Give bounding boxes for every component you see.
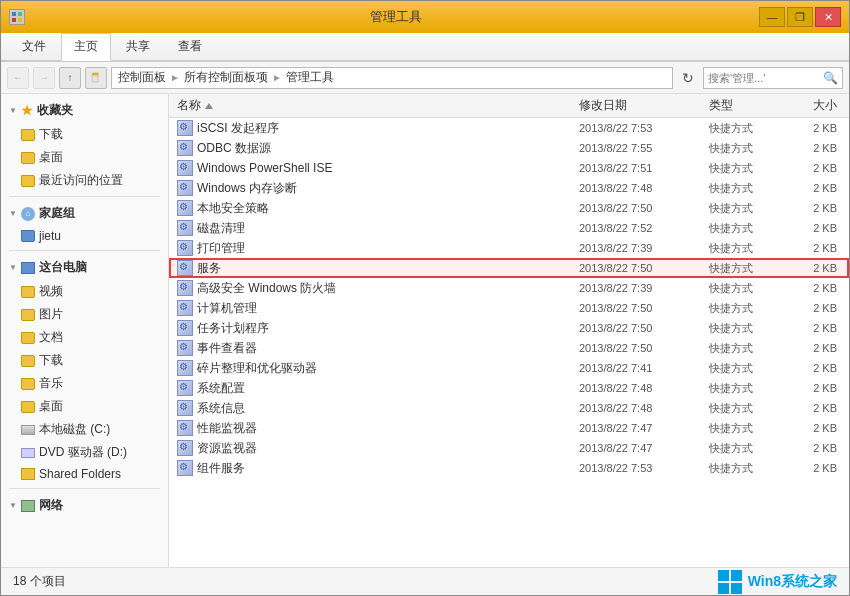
up-button[interactable]: ↑ bbox=[59, 67, 81, 89]
folder-icon bbox=[21, 332, 35, 344]
sidebar-network-header[interactable]: ▼ 网络 bbox=[1, 493, 168, 518]
sidebar-item-label: 视频 bbox=[39, 283, 63, 300]
table-row[interactable]: iSCSI 发起程序2013/8/22 7:53快捷方式2 KB bbox=[169, 118, 849, 138]
file-date: 2013/8/22 7:39 bbox=[579, 282, 709, 294]
file-size: 2 KB bbox=[789, 342, 849, 354]
sidebar-item-dt[interactable]: 桌面 bbox=[1, 395, 168, 418]
table-row[interactable]: 事件查看器2013/8/22 7:50快捷方式2 KB bbox=[169, 338, 849, 358]
file-date: 2013/8/22 7:50 bbox=[579, 262, 709, 274]
col-header-date[interactable]: 修改日期 bbox=[579, 97, 709, 114]
sidebar-item-cdrive[interactable]: 本地磁盘 (C:) bbox=[1, 418, 168, 441]
thispc-arrow-icon: ▼ bbox=[9, 263, 17, 272]
tab-share[interactable]: 共享 bbox=[113, 33, 163, 60]
content-area: 名称 修改日期 类型 大小 iSCSI 发起程序2013/8/22 7:53快捷… bbox=[169, 94, 849, 567]
sidebar-item-videos[interactable]: 视频 bbox=[1, 280, 168, 303]
sidebar-item-documents[interactable]: 文档 bbox=[1, 326, 168, 349]
sidebar-item-dvd[interactable]: DVD 驱动器 (D:) bbox=[1, 441, 168, 464]
table-row[interactable]: 系统信息2013/8/22 7:48快捷方式2 KB bbox=[169, 398, 849, 418]
table-row[interactable]: ODBC 数据源2013/8/22 7:55快捷方式2 KB bbox=[169, 138, 849, 158]
table-row[interactable]: 高级安全 Windows 防火墙2013/8/22 7:39快捷方式2 KB bbox=[169, 278, 849, 298]
sidebar-item-jietu[interactable]: jietu bbox=[1, 226, 168, 246]
folder-icon bbox=[21, 309, 35, 321]
sidebar-item-label: 本地磁盘 (C:) bbox=[39, 421, 110, 438]
file-name-text: 服务 bbox=[197, 260, 221, 277]
breadcrumb-part-1[interactable]: 控制面板 bbox=[118, 69, 166, 86]
sidebar-item-label: 桌面 bbox=[39, 398, 63, 415]
folder-icon bbox=[21, 152, 35, 164]
table-row[interactable]: 磁盘清理2013/8/22 7:52快捷方式2 KB bbox=[169, 218, 849, 238]
sidebar-item-music[interactable]: 音乐 bbox=[1, 372, 168, 395]
minimize-button[interactable]: — bbox=[759, 7, 785, 27]
sidebar-item-label: 最近访问的位置 bbox=[39, 172, 123, 189]
sidebar-item-downloads[interactable]: 下载 bbox=[1, 123, 168, 146]
table-row[interactable]: 性能监视器2013/8/22 7:47快捷方式2 KB bbox=[169, 418, 849, 438]
file-name-text: 高级安全 Windows 防火墙 bbox=[197, 280, 336, 297]
sidebar-thispc-header[interactable]: ▼ 这台电脑 bbox=[1, 255, 168, 280]
restore-button[interactable]: ❐ bbox=[787, 7, 813, 27]
file-date: 2013/8/22 7:50 bbox=[579, 202, 709, 214]
close-button[interactable]: ✕ bbox=[815, 7, 841, 27]
back-button[interactable]: ← bbox=[7, 67, 29, 89]
sidebar-item-label: DVD 驱动器 (D:) bbox=[39, 444, 127, 461]
table-row[interactable]: Windows 内存诊断2013/8/22 7:48快捷方式2 KB bbox=[169, 178, 849, 198]
breadcrumb-part-2[interactable]: 所有控制面板项 bbox=[184, 69, 268, 86]
file-date: 2013/8/22 7:48 bbox=[579, 402, 709, 414]
breadcrumb-part-3[interactable]: 管理工具 bbox=[286, 69, 334, 86]
file-icon bbox=[177, 120, 193, 136]
file-size: 2 KB bbox=[789, 362, 849, 374]
sidebar-item-dl[interactable]: 下载 bbox=[1, 349, 168, 372]
file-size: 2 KB bbox=[789, 422, 849, 434]
user-icon bbox=[21, 230, 35, 242]
table-row[interactable]: 服务2013/8/22 7:50快捷方式2 KB bbox=[169, 258, 849, 278]
col-header-size[interactable]: 大小 bbox=[789, 97, 849, 114]
file-name: Windows PowerShell ISE bbox=[177, 160, 579, 176]
sidebar-item-pictures[interactable]: 图片 bbox=[1, 303, 168, 326]
table-row[interactable]: 计算机管理2013/8/22 7:50快捷方式2 KB bbox=[169, 298, 849, 318]
tab-home[interactable]: 主页 bbox=[61, 33, 111, 61]
tab-view[interactable]: 查看 bbox=[165, 33, 215, 60]
sidebar-item-desktop[interactable]: 桌面 bbox=[1, 146, 168, 169]
sidebar-favorites-header[interactable]: ▼ ★ 收藏夹 bbox=[1, 98, 168, 123]
tab-file[interactable]: 文件 bbox=[9, 33, 59, 60]
file-type: 快捷方式 bbox=[709, 401, 789, 416]
sort-arrow-icon bbox=[205, 103, 213, 109]
file-type: 快捷方式 bbox=[709, 301, 789, 316]
svg-rect-2 bbox=[12, 18, 16, 22]
table-row[interactable]: 本地安全策略2013/8/22 7:50快捷方式2 KB bbox=[169, 198, 849, 218]
sidebar-item-shared[interactable]: Shared Folders bbox=[1, 464, 168, 484]
refresh-button[interactable]: ↻ bbox=[677, 67, 699, 89]
forward-button[interactable]: → bbox=[33, 67, 55, 89]
file-list: iSCSI 发起程序2013/8/22 7:53快捷方式2 KBODBC 数据源… bbox=[169, 118, 849, 567]
table-row[interactable]: 资源监视器2013/8/22 7:47快捷方式2 KB bbox=[169, 438, 849, 458]
svg-rect-3 bbox=[18, 18, 22, 22]
table-row[interactable]: 任务计划程序2013/8/22 7:50快捷方式2 KB bbox=[169, 318, 849, 338]
app-icon-sm bbox=[9, 9, 25, 25]
drive-icon bbox=[21, 425, 35, 435]
pc-icon bbox=[21, 262, 35, 274]
table-row[interactable]: Windows PowerShell ISE2013/8/22 7:51快捷方式… bbox=[169, 158, 849, 178]
sidebar-homegroup-header[interactable]: ▼ ⌂ 家庭组 bbox=[1, 201, 168, 226]
sidebar: ▼ ★ 收藏夹 下载 桌面 最近访问的位置 ▼ ⌂ 家庭组 bbox=[1, 94, 169, 567]
table-row[interactable]: 系统配置2013/8/22 7:48快捷方式2 KB bbox=[169, 378, 849, 398]
search-input[interactable] bbox=[708, 72, 823, 84]
win8-tiles-icon bbox=[718, 570, 742, 594]
table-row[interactable]: 组件服务2013/8/22 7:53快捷方式2 KB bbox=[169, 458, 849, 478]
table-row[interactable]: 碎片整理和优化驱动器2013/8/22 7:41快捷方式2 KB bbox=[169, 358, 849, 378]
file-type: 快捷方式 bbox=[709, 141, 789, 156]
file-date: 2013/8/22 7:41 bbox=[579, 362, 709, 374]
sidebar-item-label: 桌面 bbox=[39, 149, 63, 166]
sidebar-item-recent[interactable]: 最近访问的位置 bbox=[1, 169, 168, 192]
file-name-text: ODBC 数据源 bbox=[197, 140, 271, 157]
search-icon[interactable]: 🔍 bbox=[823, 71, 838, 85]
recent-locations-button[interactable] bbox=[85, 67, 107, 89]
shortcut-icon bbox=[177, 320, 193, 336]
breadcrumb[interactable]: 控制面板 ► 所有控制面板项 ► 管理工具 bbox=[111, 67, 673, 89]
sidebar-item-label: 文档 bbox=[39, 329, 63, 346]
file-icon bbox=[177, 460, 193, 476]
file-icon bbox=[177, 300, 193, 316]
col-header-name[interactable]: 名称 bbox=[177, 97, 579, 114]
file-name: 服务 bbox=[177, 260, 579, 277]
table-row[interactable]: 打印管理2013/8/22 7:39快捷方式2 KB bbox=[169, 238, 849, 258]
col-header-type[interactable]: 类型 bbox=[709, 97, 789, 114]
file-name-text: 打印管理 bbox=[197, 240, 245, 257]
